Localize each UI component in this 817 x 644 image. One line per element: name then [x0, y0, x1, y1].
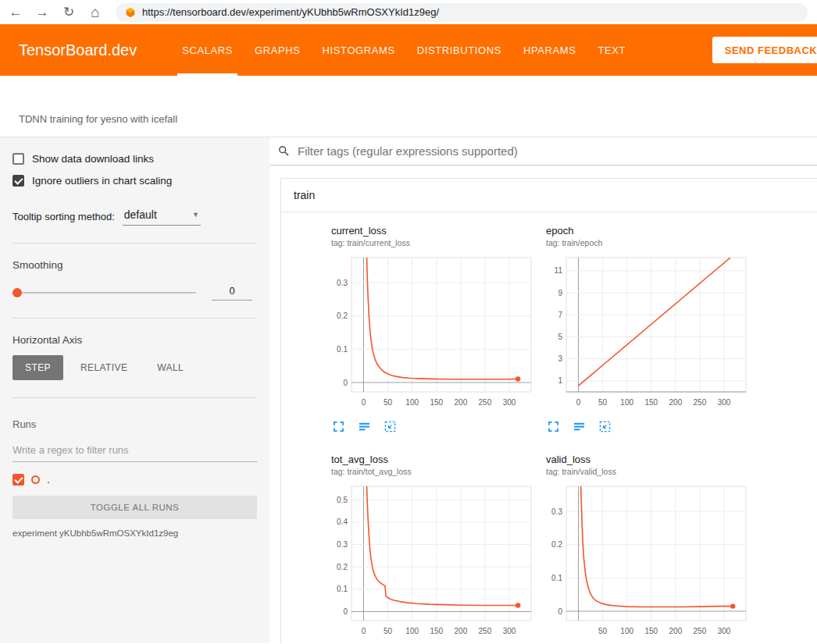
svg-text:50: 50: [598, 627, 608, 635]
run-checkbox[interactable]: [12, 474, 24, 486]
scalars-dashboard: train current_losstag: train/current_los…: [269, 137, 817, 643]
tab-graphs[interactable]: GRAPHS: [244, 24, 312, 76]
chart-card-epoch: epochtag: train/epoch0501001502002503001…: [546, 225, 751, 433]
nav-tabs: SCALARSGRAPHSHISTOGRAMSDISTRIBUTIONSHPAR…: [171, 24, 637, 76]
tag-filter-input[interactable]: [298, 144, 805, 158]
fullscreen-icon[interactable]: [548, 421, 560, 433]
chart-plot[interactable]: 5010015020025030000.10.20.3: [546, 482, 751, 641]
tooltip-sorting-label: Tooltip sorting method:: [12, 211, 115, 222]
tab-scalars[interactable]: SCALARS: [171, 24, 244, 76]
charts-grid: current_losstag: train/current_loss05010…: [281, 212, 817, 643]
chart-tag: tag: train/tot_avg_loss: [331, 467, 536, 476]
svg-text:0.1: 0.1: [337, 345, 348, 354]
tag-filter-row: [269, 137, 817, 165]
chart-card-tot_avg_loss: tot_avg_losstag: train/tot_avg_loss05010…: [331, 454, 536, 643]
data-series-icon[interactable]: [359, 421, 371, 433]
chart-tag: tag: train/current_loss: [331, 238, 536, 247]
svg-text:0.3: 0.3: [337, 279, 348, 287]
svg-text:150: 150: [430, 398, 443, 407]
run-color-swatch-icon: [31, 475, 40, 484]
chart-tag: tag: train/epoch: [546, 238, 751, 247]
svg-text:100: 100: [620, 398, 633, 407]
toggle-all-runs-button[interactable]: TOGGLE ALL RUNS: [12, 496, 257, 519]
chart-title: valid_loss: [546, 454, 751, 465]
svg-text:150: 150: [644, 398, 658, 407]
svg-text:300: 300: [718, 398, 731, 407]
svg-text:300: 300: [503, 627, 516, 635]
svg-text:0: 0: [576, 398, 581, 407]
svg-text:100: 100: [405, 627, 419, 635]
svg-text:200: 200: [455, 398, 468, 407]
tab-text[interactable]: TEXT: [587, 24, 637, 76]
divider: [12, 318, 257, 318]
show-download-links-checkbox[interactable]: Show data download links: [12, 153, 257, 165]
card-title[interactable]: train: [281, 179, 817, 212]
chart-card-current_loss: current_losstag: train/current_loss05010…: [331, 225, 536, 433]
svg-text:150: 150: [644, 627, 658, 635]
chevron-down-icon: ▼: [192, 211, 199, 219]
run-row[interactable]: .: [12, 474, 257, 486]
fit-domain-icon[interactable]: [384, 421, 397, 433]
chart-card-valid_loss: valid_losstag: train/valid_loss501001502…: [546, 454, 751, 643]
chart-plot[interactable]: 05010015020025030000.10.20.30.40.5: [331, 482, 536, 641]
axis-buttons: STEPRELATIVEWALL: [12, 355, 257, 380]
divider: [12, 397, 257, 398]
tab-distributions[interactable]: DISTRIBUTIONS: [406, 24, 512, 76]
forward-button[interactable]: →: [34, 5, 50, 19]
ignore-outliers-checkbox[interactable]: Ignore outliers in chart scaling: [12, 175, 257, 187]
svg-text:0: 0: [343, 379, 348, 387]
chart-toolbar: [548, 421, 751, 433]
svg-text:0: 0: [362, 627, 366, 635]
fit-domain-icon[interactable]: [599, 421, 612, 433]
axis-button-relative[interactable]: RELATIVE: [68, 355, 140, 380]
url-bar[interactable]: https://tensorboard.dev/experiment/yKUbh…: [116, 3, 808, 22]
reload-button[interactable]: ↻: [61, 5, 77, 19]
chart-plot[interactable]: 05010015020025030000.10.20.3: [331, 253, 536, 412]
tab-histograms[interactable]: HISTOGRAMS: [312, 24, 406, 76]
axis-button-step[interactable]: STEP: [12, 355, 63, 380]
svg-text:200: 200: [669, 398, 683, 407]
chart-title: epoch: [546, 225, 751, 237]
fullscreen-icon[interactable]: [333, 421, 345, 433]
back-button[interactable]: ←: [8, 5, 23, 19]
svg-text:0: 0: [558, 607, 562, 616]
smoothing-value[interactable]: 0: [212, 285, 252, 301]
chart-title: current_loss: [331, 225, 536, 237]
svg-text:50: 50: [384, 627, 393, 635]
svg-text:0.3: 0.3: [337, 540, 348, 549]
runs-label: Runs: [12, 418, 257, 430]
svg-text:5: 5: [558, 333, 562, 341]
tab-hparams[interactable]: HPARAMS: [512, 24, 587, 76]
ignore-outliers-label: Ignore outliers in chart scaling: [32, 175, 172, 187]
svg-text:300: 300: [718, 627, 731, 635]
data-series-icon[interactable]: [573, 421, 586, 433]
axis-button-wall[interactable]: WALL: [144, 355, 196, 380]
svg-text:250: 250: [479, 398, 492, 407]
chart-plot[interactable]: 0501001502002503001357911: [546, 253, 751, 412]
app-header: TensorBoard.dev SCALARSGRAPHSHISTOGRAMSD…: [0, 24, 817, 76]
home-button[interactable]: ⌂: [87, 5, 103, 20]
tooltip-sorting-select[interactable]: default ▼: [123, 207, 201, 226]
browser-chrome: ← → ↻ ⌂ https://tensorboard.dev/experime…: [0, 0, 817, 24]
tooltip-sorting-value: default: [124, 208, 157, 221]
svg-text:100: 100: [405, 398, 419, 407]
show-download-links-label: Show data download links: [32, 153, 154, 165]
send-feedback-button[interactable]: SEND FEEDBACK: [712, 37, 817, 63]
smoothing-slider[interactable]: [12, 287, 196, 298]
experiment-description: TDNN training for yesno with icefall: [0, 76, 817, 137]
svg-text:0.1: 0.1: [337, 585, 348, 593]
svg-text:7: 7: [558, 311, 562, 319]
checkbox-checked-icon: [12, 175, 24, 187]
runs-filter-input[interactable]: [12, 441, 257, 462]
svg-text:250: 250: [694, 627, 707, 635]
slider-thumb[interactable]: [12, 288, 22, 297]
svg-text:50: 50: [384, 398, 393, 407]
svg-text:50: 50: [598, 398, 608, 407]
svg-text:0.1: 0.1: [551, 574, 562, 582]
checkbox-unchecked-icon: [12, 153, 24, 165]
svg-text:0: 0: [362, 398, 366, 407]
svg-text:0.4: 0.4: [337, 518, 348, 526]
app-title[interactable]: TensorBoard.dev: [19, 41, 137, 59]
svg-text:3: 3: [558, 354, 562, 363]
url-text: https://tensorboard.dev/experiment/yKUbh…: [142, 6, 439, 18]
